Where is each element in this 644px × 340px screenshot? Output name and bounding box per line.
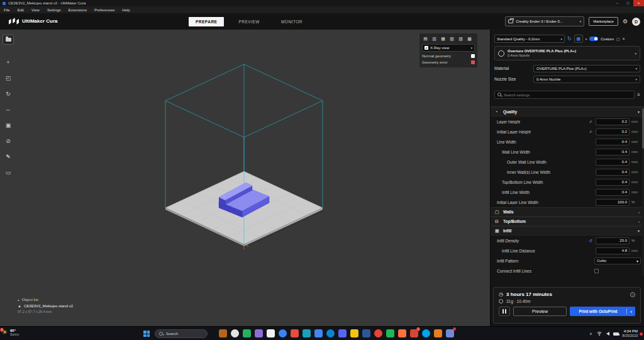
- menu-extensions[interactable]: Extensions: [65, 6, 91, 13]
- taskbar-app-icon[interactable]: [267, 329, 275, 337]
- taskbar-app-icon[interactable]: [422, 329, 430, 337]
- wifi-icon[interactable]: [596, 332, 602, 336]
- view-icon-3[interactable]: ▦: [440, 35, 447, 42]
- search-settings-input[interactable]: [504, 93, 631, 97]
- taskbar-app-icons: 1: [219, 329, 454, 337]
- minimize-button[interactable]: –: [612, 0, 623, 6]
- setting-value-field[interactable]: 0.4: [596, 189, 630, 196]
- menu-view[interactable]: View: [28, 6, 43, 13]
- mirror-tool-button[interactable]: ⇔: [3, 104, 14, 115]
- measure-tool-button[interactable]: ▭: [3, 167, 14, 178]
- view-icon-5[interactable]: ▨: [457, 35, 464, 42]
- nozzle-dropdown[interactable]: 0.4mm Nozzle ▾: [533, 76, 640, 83]
- open-file-button[interactable]: [3, 35, 14, 45]
- tab-monitor[interactable]: MONITOR: [274, 17, 309, 26]
- print-button[interactable]: Print with OctoPrint ▾: [570, 307, 635, 316]
- menu-help[interactable]: Help: [118, 6, 133, 13]
- rotate-tool-button[interactable]: ↻: [3, 88, 14, 99]
- setting-value-field[interactable]: 4.8: [596, 247, 630, 254]
- setting-value-field[interactable]: 0.4: [596, 139, 630, 145]
- section-quality[interactable]: ◔ Quality ▾: [491, 107, 644, 116]
- view-icon-2[interactable]: ▥: [431, 35, 438, 42]
- tray-chevron-up-icon[interactable]: ∧: [589, 332, 592, 336]
- close-panel-icon[interactable]: ×: [623, 37, 625, 41]
- taskbar-clock[interactable]: 4:04 PM 8/25/2023: [623, 329, 638, 338]
- taskbar-app-icon[interactable]: [362, 329, 370, 337]
- section-infill[interactable]: ▦ Infill ▾: [491, 226, 644, 235]
- menu-edit[interactable]: Edit: [14, 6, 28, 13]
- support-blocker-button[interactable]: ⊘: [3, 135, 14, 147]
- taskbar-app-icon[interactable]: [386, 329, 394, 337]
- info-icon[interactable]: i: [630, 292, 635, 297]
- menu-preferences[interactable]: Preferences: [91, 6, 118, 13]
- pause-button[interactable]: [499, 307, 510, 316]
- setting-value-field[interactable]: 0.4: [596, 179, 630, 186]
- taskbar-app-icon[interactable]: [303, 329, 311, 337]
- profile-dropdown[interactable]: Standard Quality - 0.2mm ▾: [494, 35, 565, 43]
- section-walls[interactable]: ▢ Walls ‹: [491, 207, 644, 217]
- taskbar-app-icon[interactable]: [291, 329, 299, 337]
- connect-infill-checkbox[interactable]: [594, 269, 599, 273]
- search-box[interactable]: [494, 91, 635, 99]
- battery-icon[interactable]: [613, 332, 619, 336]
- taskbar-app-icon[interactable]: [279, 329, 287, 337]
- setting-value-field[interactable]: 0.2: [596, 118, 630, 125]
- infill-pattern-dropdown[interactable]: Cubic ▾: [594, 258, 641, 264]
- view-mode-dropdown[interactable]: ✓ X-Ray view ▾: [422, 44, 475, 52]
- avatar[interactable]: D: [632, 18, 640, 26]
- view-icon-1[interactable]: ▤: [422, 35, 429, 42]
- taskbar-app-icon[interactable]: [231, 329, 239, 337]
- taskbar-app-icon[interactable]: [243, 329, 251, 337]
- section-top-bottom[interactable]: ⊟ Top/Bottom ‹: [491, 217, 644, 226]
- taskbar-app-icon[interactable]: [219, 329, 227, 337]
- per-model-settings-button[interactable]: ▣: [3, 120, 14, 131]
- taskbar-app-icon[interactable]: [255, 329, 263, 337]
- start-button[interactable]: [143, 331, 150, 337]
- taskbar-app-icon[interactable]: [446, 329, 454, 337]
- view-icon-6[interactable]: ▩: [466, 35, 473, 42]
- volume-icon[interactable]: [606, 332, 609, 336]
- taskbar-app-icon[interactable]: 1: [410, 329, 418, 337]
- setting-value-field[interactable]: 25.0: [596, 237, 630, 244]
- close-button[interactable]: ×: [633, 0, 644, 6]
- scale-tool-button[interactable]: ◰: [3, 72, 14, 84]
- preview-button[interactable]: Preview: [513, 307, 567, 316]
- taskbar-app-icon[interactable]: [314, 329, 323, 337]
- setting-value-field[interactable]: 0.4: [596, 149, 630, 156]
- object-list-header[interactable]: ▴ Object list: [18, 298, 73, 302]
- gear-icon[interactable]: ⚙: [623, 19, 628, 25]
- print-options-chevron[interactable]: ▾: [627, 310, 635, 314]
- taskbar-app-icon[interactable]: [350, 329, 358, 337]
- maximize-button[interactable]: □: [623, 0, 633, 6]
- taskbar-app-icon[interactable]: [338, 329, 347, 337]
- view-icon-4[interactable]: ▧: [448, 35, 455, 42]
- object-list-item[interactable]: ▲ CE3E3V2_Mekiojeo stand v2: [18, 304, 73, 308]
- move-tool-button[interactable]: +: [3, 57, 14, 68]
- printer-selector[interactable]: Creality Ender-3 / Ender-3... ▾: [505, 16, 584, 26]
- taskbar-app-icon[interactable]: [374, 329, 382, 337]
- taskbar-app-icon[interactable]: [326, 329, 335, 337]
- marketplace-button[interactable]: Marketplace: [589, 17, 618, 26]
- taskbar-app-icon[interactable]: [398, 329, 406, 337]
- custom-mode-toggle[interactable]: [589, 37, 598, 41]
- reset-profile-icon[interactable]: ↻: [567, 37, 572, 42]
- setting-value-field[interactable]: 0.4: [596, 159, 630, 166]
- material-dropdown[interactable]: OVERTURE PLA Plus (PLA+) ▾: [533, 65, 640, 72]
- taskbar-weather[interactable]: ☀1 95° Sunny: [2, 329, 19, 337]
- pin-icon[interactable]: ▢: [616, 37, 620, 41]
- viewport-3d[interactable]: [15, 30, 490, 326]
- material-extruder-card[interactable]: Overture OVERTURE PLA Plus (PLA+) 0.4mm …: [494, 46, 640, 60]
- tab-prepare[interactable]: PREPARE: [189, 17, 224, 26]
- setting-value-field[interactable]: 0.2: [596, 128, 630, 135]
- menu-file[interactable]: File: [0, 6, 14, 13]
- pen-tool-button[interactable]: ✎: [3, 151, 14, 162]
- setting-value-field[interactable]: 0.4: [596, 169, 630, 176]
- taskbar-app-icon[interactable]: [434, 329, 442, 337]
- menu-settings[interactable]: Settings: [43, 6, 65, 13]
- settings-menu-icon[interactable]: ≡: [637, 93, 640, 98]
- taskbar-search[interactable]: Search: [155, 329, 208, 338]
- setting-value-field[interactable]: 100.0: [596, 199, 630, 206]
- profile-grid-icon[interactable]: ▦: [574, 35, 583, 43]
- tab-preview[interactable]: PREVIEW: [231, 17, 266, 26]
- reset-value-icon[interactable]: ↺: [587, 239, 594, 243]
